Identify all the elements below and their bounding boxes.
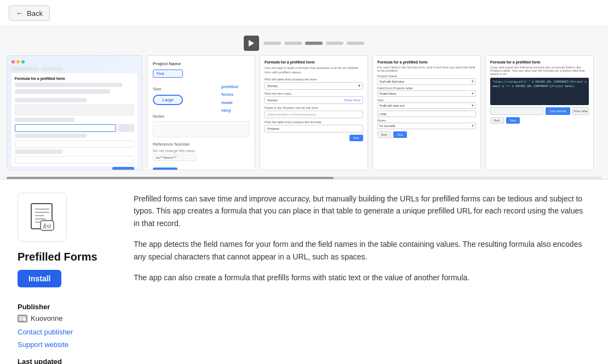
carousel-scrollbar[interactable] xyxy=(7,177,601,179)
content-area: f(x) Prefilled Forms Install Publisher K… xyxy=(0,180,608,364)
carousel-scrollbar-thumb xyxy=(7,177,334,179)
support-website-link[interactable]: Support website xyxy=(18,340,116,349)
app-title: Prefilled Forms xyxy=(18,251,116,263)
left-sidebar: f(x) Prefilled Forms Install Publisher K… xyxy=(18,193,116,364)
carousel-dot-3[interactable] xyxy=(305,42,323,45)
carousel-nav xyxy=(0,36,608,51)
description-para-2: The app detects the field names for your… xyxy=(134,238,590,263)
app-icon-svg: f(x) xyxy=(28,203,56,233)
install-button[interactable]: Install xyxy=(18,270,61,287)
back-label: Back xyxy=(27,9,43,18)
svg-rect-10 xyxy=(20,319,24,319)
svg-rect-9 xyxy=(20,316,26,317)
play-icon xyxy=(249,40,254,47)
top-bar: ← Back xyxy=(0,0,608,27)
meta-section: Publisher Kuovonne Contact publisher Sup… xyxy=(18,303,116,364)
publisher-name: Kuovonne xyxy=(31,314,63,322)
publisher-row: Kuovonne xyxy=(18,314,116,322)
carousel-dot-2[interactable] xyxy=(284,42,302,45)
right-content: Prefilled forms can save time and improv… xyxy=(134,193,590,364)
screenshot-5[interactable]: Formula for a prefilled form Copy and pa… xyxy=(485,55,594,170)
app-icon-inner: f(x) xyxy=(28,203,56,233)
description-para-1: Prefilled forms can save time and improv… xyxy=(134,193,590,229)
carousel-dot-4[interactable] xyxy=(326,42,343,45)
screenshot-4[interactable]: Formula for a prefilled form For each fi… xyxy=(372,55,481,170)
publisher-logo-icon xyxy=(18,315,27,322)
screenshot-2[interactable]: Project Name First Size Large prefilledf… xyxy=(147,55,255,170)
carousel-dot-5[interactable] xyxy=(347,42,364,45)
carousel-play-button[interactable] xyxy=(244,36,259,51)
svg-rect-11 xyxy=(20,320,25,320)
carousel-dot-1[interactable] xyxy=(263,42,281,45)
description-para-3: The app can also create a formula that p… xyxy=(134,271,590,284)
app-icon: f(x) xyxy=(18,193,67,242)
svg-text:f(x): f(x) xyxy=(43,223,51,229)
screenshots-row[interactable]: Formula for a prefilled form xyxy=(0,55,608,177)
carousel-dots xyxy=(263,42,364,45)
carousel-section: Formula for a prefilled form xyxy=(0,27,608,180)
publisher-section-label: Publisher xyxy=(18,303,116,311)
screenshot-1[interactable]: Formula for a prefilled form xyxy=(7,55,142,170)
last-updated-label: Last updated xyxy=(18,357,116,364)
publisher-icon xyxy=(18,315,27,322)
back-button[interactable]: ← Back xyxy=(9,5,50,21)
contact-publisher-link[interactable]: Contact publisher xyxy=(18,328,116,336)
screenshot-3[interactable]: Formula for a prefilled form Use this ap… xyxy=(260,55,368,170)
back-arrow-icon: ← xyxy=(16,9,24,18)
